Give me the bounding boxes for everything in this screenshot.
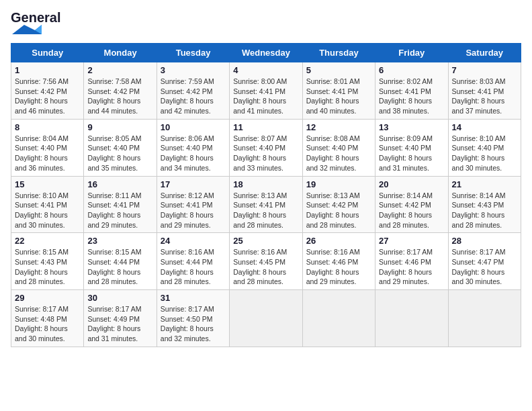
sunset-label: Sunset: 4:41 PM <box>306 87 359 95</box>
calendar-cell: 21 Sunrise: 8:14 AM Sunset: 4:43 PM Dayl… <box>448 176 521 233</box>
calendar-cell: 25 Sunrise: 8:16 AM Sunset: 4:45 PM Dayl… <box>230 233 302 290</box>
day-info: Sunrise: 8:17 AM Sunset: 4:48 PM Dayligh… <box>15 304 80 344</box>
calendar-cell: 1 Sunrise: 7:56 AM Sunset: 4:42 PM Dayli… <box>11 62 84 120</box>
sunrise-label: Sunrise: 8:10 AM <box>452 134 506 142</box>
calendar-body: 1 Sunrise: 7:56 AM Sunset: 4:42 PM Dayli… <box>11 62 521 347</box>
day-number: 14 <box>452 122 517 132</box>
day-number: 3 <box>161 65 226 75</box>
day-number: 21 <box>452 179 517 189</box>
calendar-cell: 29 Sunrise: 8:17 AM Sunset: 4:48 PM Dayl… <box>11 290 84 347</box>
day-number: 29 <box>15 293 80 303</box>
calendar-cell: 2 Sunrise: 7:58 AM Sunset: 4:42 PM Dayli… <box>84 62 157 120</box>
day-number: 31 <box>161 293 226 303</box>
sunset-label: Sunset: 4:41 PM <box>87 201 140 209</box>
daylight-label: Daylight: 8 hours and 28 minutes. <box>306 211 359 229</box>
sunrise-label: Sunrise: 7:58 AM <box>87 77 141 85</box>
day-info: Sunrise: 8:15 AM Sunset: 4:43 PM Dayligh… <box>15 247 80 287</box>
day-number: 30 <box>87 293 152 303</box>
sunrise-label: Sunrise: 8:08 AM <box>306 134 360 142</box>
day-info: Sunrise: 8:05 AM Sunset: 4:40 PM Dayligh… <box>87 134 152 173</box>
sunset-label: Sunset: 4:40 PM <box>161 144 213 152</box>
day-number: 15 <box>15 179 80 189</box>
day-info: Sunrise: 7:56 AM Sunset: 4:42 PM Dayligh… <box>15 77 80 116</box>
calendar-cell: 27 Sunrise: 8:17 AM Sunset: 4:46 PM Dayl… <box>375 233 448 290</box>
sunset-label: Sunset: 4:40 PM <box>452 144 504 152</box>
day-header-monday: Monday <box>84 44 157 62</box>
calendar-cell: 15 Sunrise: 8:10 AM Sunset: 4:41 PM Dayl… <box>11 176 84 233</box>
day-number: 27 <box>379 236 444 246</box>
calendar-cell <box>302 290 375 347</box>
sunrise-label: Sunrise: 8:03 AM <box>452 77 506 85</box>
sunrise-label: Sunrise: 8:16 AM <box>161 248 214 256</box>
sunset-label: Sunset: 4:46 PM <box>379 258 431 266</box>
sunrise-label: Sunrise: 8:04 AM <box>15 134 69 142</box>
day-info: Sunrise: 8:11 AM Sunset: 4:41 PM Dayligh… <box>87 191 152 230</box>
sunset-label: Sunset: 4:41 PM <box>233 201 285 209</box>
calendar-header-row: SundayMondayTuesdayWednesdayThursdayFrid… <box>11 44 521 62</box>
day-number: 2 <box>87 65 152 75</box>
sunset-label: Sunset: 4:45 PM <box>233 258 285 266</box>
day-number: 8 <box>15 122 80 132</box>
day-number: 25 <box>233 236 298 246</box>
daylight-label: Daylight: 8 hours and 28 minutes. <box>161 268 214 286</box>
sunset-label: Sunset: 4:47 PM <box>452 258 504 266</box>
sunrise-label: Sunrise: 7:56 AM <box>15 77 69 85</box>
calendar-table: SundayMondayTuesdayWednesdayThursdayFrid… <box>11 43 521 347</box>
sunset-label: Sunset: 4:43 PM <box>452 201 504 209</box>
calendar-cell: 26 Sunrise: 8:16 AM Sunset: 4:46 PM Dayl… <box>302 233 375 290</box>
calendar-cell: 13 Sunrise: 8:09 AM Sunset: 4:40 PM Dayl… <box>375 119 448 176</box>
calendar-cell: 3 Sunrise: 7:59 AM Sunset: 4:42 PM Dayli… <box>157 62 229 120</box>
day-number: 17 <box>161 179 226 189</box>
calendar-cell: 19 Sunrise: 8:13 AM Sunset: 4:42 PM Dayl… <box>302 176 375 233</box>
calendar-cell <box>230 290 302 347</box>
daylight-label: Daylight: 8 hours and 28 minutes. <box>15 268 68 286</box>
day-number: 12 <box>306 122 371 132</box>
calendar-cell: 18 Sunrise: 8:13 AM Sunset: 4:41 PM Dayl… <box>230 176 302 233</box>
sunset-label: Sunset: 4:40 PM <box>15 144 67 152</box>
day-number: 20 <box>379 179 444 189</box>
daylight-label: Daylight: 8 hours and 28 minutes. <box>233 211 286 229</box>
day-info: Sunrise: 8:01 AM Sunset: 4:41 PM Dayligh… <box>306 77 371 116</box>
daylight-label: Daylight: 8 hours and 46 minutes. <box>15 97 68 115</box>
sunrise-label: Sunrise: 8:15 AM <box>87 248 141 256</box>
sunset-label: Sunset: 4:42 PM <box>379 201 431 209</box>
sunset-label: Sunset: 4:42 PM <box>161 87 213 95</box>
page-header: General <box>11 11 521 36</box>
calendar-cell: 6 Sunrise: 8:02 AM Sunset: 4:41 PM Dayli… <box>375 62 448 120</box>
daylight-label: Daylight: 8 hours and 32 minutes. <box>306 154 359 172</box>
day-number: 28 <box>452 236 517 246</box>
sunrise-label: Sunrise: 8:14 AM <box>452 191 506 199</box>
sunset-label: Sunset: 4:49 PM <box>87 315 140 323</box>
week-row-4: 22 Sunrise: 8:15 AM Sunset: 4:43 PM Dayl… <box>11 233 521 290</box>
day-number: 9 <box>87 122 152 132</box>
sunrise-label: Sunrise: 8:09 AM <box>379 134 433 142</box>
daylight-label: Daylight: 8 hours and 28 minutes. <box>233 268 286 286</box>
sunrise-label: Sunrise: 8:11 AM <box>87 191 141 199</box>
calendar-cell: 20 Sunrise: 8:14 AM Sunset: 4:42 PM Dayl… <box>375 176 448 233</box>
calendar-cell: 7 Sunrise: 8:03 AM Sunset: 4:41 PM Dayli… <box>448 62 521 120</box>
sunset-label: Sunset: 4:50 PM <box>161 315 213 323</box>
daylight-label: Daylight: 8 hours and 36 minutes. <box>15 154 68 172</box>
daylight-label: Daylight: 8 hours and 29 minutes. <box>379 268 432 286</box>
day-number: 24 <box>161 236 226 246</box>
daylight-label: Daylight: 8 hours and 37 minutes. <box>452 97 505 115</box>
daylight-label: Daylight: 8 hours and 29 minutes. <box>161 211 214 229</box>
calendar-cell: 16 Sunrise: 8:11 AM Sunset: 4:41 PM Dayl… <box>84 176 157 233</box>
day-info: Sunrise: 8:16 AM Sunset: 4:44 PM Dayligh… <box>161 247 226 287</box>
day-info: Sunrise: 7:59 AM Sunset: 4:42 PM Dayligh… <box>161 77 226 116</box>
day-info: Sunrise: 8:07 AM Sunset: 4:40 PM Dayligh… <box>233 134 298 173</box>
day-info: Sunrise: 8:17 AM Sunset: 4:50 PM Dayligh… <box>161 304 226 344</box>
daylight-label: Daylight: 8 hours and 35 minutes. <box>87 154 140 172</box>
calendar-cell: 9 Sunrise: 8:05 AM Sunset: 4:40 PM Dayli… <box>84 119 157 176</box>
sunrise-label: Sunrise: 8:17 AM <box>87 305 141 313</box>
sunrise-label: Sunrise: 8:15 AM <box>15 248 69 256</box>
sunrise-label: Sunrise: 8:13 AM <box>306 191 360 199</box>
day-info: Sunrise: 8:14 AM Sunset: 4:43 PM Dayligh… <box>452 191 517 230</box>
sunset-label: Sunset: 4:41 PM <box>15 201 67 209</box>
sunrise-label: Sunrise: 8:17 AM <box>379 248 433 256</box>
day-info: Sunrise: 8:16 AM Sunset: 4:45 PM Dayligh… <box>233 247 298 287</box>
sunrise-label: Sunrise: 8:12 AM <box>161 191 214 199</box>
calendar-cell: 30 Sunrise: 8:17 AM Sunset: 4:49 PM Dayl… <box>84 290 157 347</box>
day-number: 18 <box>233 179 298 189</box>
day-number: 4 <box>233 65 298 75</box>
